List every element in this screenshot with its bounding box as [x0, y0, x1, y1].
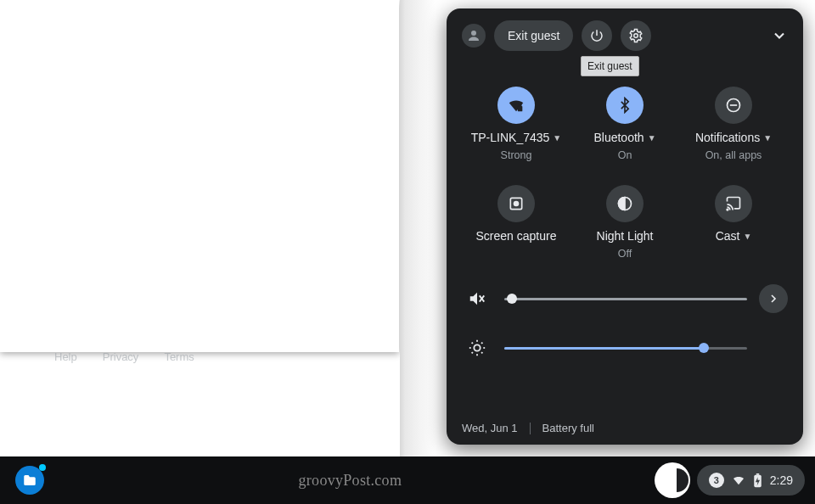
guest-avatar-icon[interactable] [462, 24, 486, 48]
svg-point-7 [514, 202, 519, 206]
notifications-status: On, all apps [705, 149, 762, 161]
chevron-down-icon: ▼ [763, 133, 772, 143]
panel-header: Exit guest [462, 20, 788, 51]
nightlight-toggle: Night Light Off [570, 185, 679, 260]
clock: 2:29 [770, 473, 793, 487]
brightness-row [462, 333, 788, 363]
power-button[interactable] [582, 20, 612, 51]
notifications-label[interactable]: Notifications▼ [695, 131, 772, 144]
link-terms[interactable]: Terms [164, 350, 194, 363]
cast-label[interactable]: Cast▼ [716, 229, 752, 243]
battery-tray-icon [753, 473, 762, 488]
svg-point-0 [471, 31, 476, 36]
brightness-icon[interactable] [462, 333, 492, 363]
svg-line-17 [472, 343, 473, 344]
watermark: groovyPost.com [44, 472, 656, 490]
bluetooth-label[interactable]: Bluetooth▼ [593, 131, 655, 144]
files-app-icon[interactable] [15, 466, 44, 495]
svg-rect-22 [756, 473, 759, 475]
nightlight-icon[interactable] [606, 185, 644, 222]
mute-icon[interactable] [462, 283, 492, 314]
wifi-tray-icon [732, 473, 745, 487]
battery-status: Battery full [542, 422, 594, 434]
screen-capture-label[interactable]: Screen capture [476, 229, 557, 243]
chevron-down-icon: ▼ [553, 133, 561, 143]
svg-point-9 [727, 209, 728, 210]
nightlight-status: Off [618, 248, 632, 260]
volume-row [462, 283, 788, 314]
svg-point-1 [634, 34, 638, 38]
volume-slider[interactable] [504, 298, 747, 300]
bluetooth-icon[interactable] [606, 87, 644, 124]
cast-icon[interactable] [715, 185, 752, 222]
exit-guest-button[interactable]: Exit guest [494, 20, 573, 51]
wifi-toggle: TP-LINK_7435▼ Strong [462, 87, 570, 161]
taskbar: groovyPost.com 3 2:29 [0, 456, 815, 504]
panel-footer: Wed, Jun 1 Battery full [462, 412, 788, 434]
nightlight-label[interactable]: Night Light [597, 229, 654, 243]
svg-point-12 [474, 344, 480, 350]
dnd-icon[interactable] [715, 87, 752, 124]
quick-settings-panel: Exit guest Exit guest TP-LINK_7435▼ Stro… [447, 8, 803, 445]
settings-button[interactable] [621, 20, 651, 51]
screen-capture-toggle: Screen capture [462, 185, 570, 260]
date-label: Wed, Jun 1 [462, 422, 518, 434]
wifi-icon[interactable] [497, 87, 535, 124]
brightness-slider[interactable] [504, 347, 747, 350]
svg-line-20 [481, 343, 482, 344]
bluetooth-toggle: Bluetooth▼ On [570, 87, 679, 161]
collapse-button[interactable] [771, 27, 788, 44]
quick-toggle-grid: TP-LINK_7435▼ Strong Bluetooth▼ On Notif… [462, 87, 788, 260]
svg-line-18 [481, 352, 482, 353]
wifi-status: Strong [501, 149, 532, 161]
audio-output-button[interactable] [759, 284, 788, 313]
status-tray[interactable]: 3 2:29 [697, 465, 805, 496]
page-footer-links: Help Privacy Terms [54, 350, 194, 363]
svg-line-19 [472, 352, 473, 353]
chevron-down-icon: ▼ [743, 232, 751, 241]
browser-window [0, 0, 399, 352]
cast-toggle: Cast▼ [679, 185, 788, 260]
wifi-label[interactable]: TP-LINK_7435▼ [471, 131, 562, 144]
notifications-toggle: Notifications▼ On, all apps [679, 87, 788, 161]
screen-capture-icon[interactable] [497, 185, 535, 222]
exit-guest-tooltip: Exit guest [581, 56, 639, 76]
link-help[interactable]: Help [54, 350, 77, 363]
bluetooth-status: On [618, 149, 632, 161]
notification-badge: 3 [709, 473, 724, 488]
chevron-down-icon: ▼ [648, 133, 656, 143]
link-privacy[interactable]: Privacy [103, 350, 139, 363]
